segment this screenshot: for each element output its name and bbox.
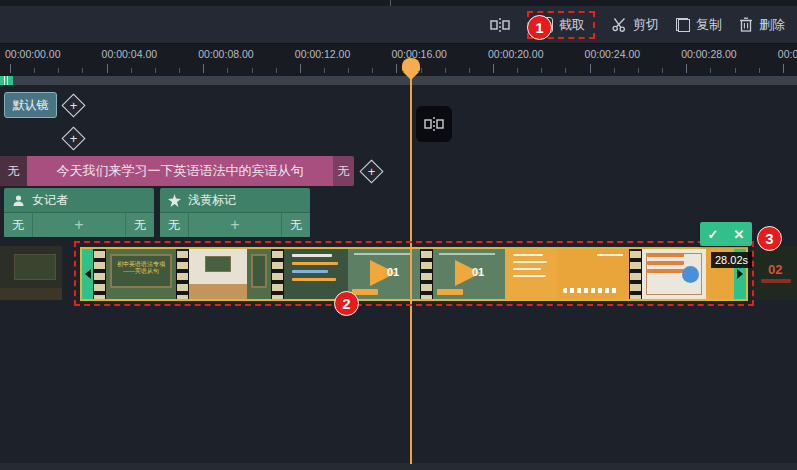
ruler-tick <box>445 68 446 73</box>
voice-left-none[interactable]: 无 <box>4 213 32 237</box>
next-clip-label: 02 <box>768 262 782 277</box>
add-keyframe-button[interactable]: + <box>61 126 85 150</box>
ruler-tick <box>300 64 301 73</box>
thumbnail-art <box>354 253 410 255</box>
capture-label: 截取 <box>559 16 585 34</box>
ruler-tick <box>614 68 615 73</box>
ruler-tick <box>493 64 494 73</box>
selected-video-clip[interactable]: 初中英语语法专项 ——宾语从句 01 01 <box>80 247 748 301</box>
ruler-tick <box>324 68 325 73</box>
clip-frame-orange-list <box>505 249 557 299</box>
split-at-playhead-button[interactable] <box>416 106 452 142</box>
filmstrip-frames <box>176 249 189 299</box>
plus-icon: + <box>66 131 81 146</box>
left-arrow-icon <box>85 269 91 279</box>
ruler-tick <box>372 68 373 73</box>
subtitle-right-none[interactable]: 无 <box>333 156 354 186</box>
filmstrip-frames <box>271 249 284 299</box>
voice-panel-body: 无 + 无 <box>4 213 154 237</box>
marker-star-icon <box>168 194 181 207</box>
thumbnail-art <box>292 254 332 257</box>
voice-right-none[interactable]: 无 <box>126 213 154 237</box>
confirm-box: ✓ ✕ <box>700 222 752 246</box>
marker-add-button[interactable]: + <box>188 213 282 237</box>
ruler-tick <box>783 64 784 73</box>
split-icon <box>424 116 444 132</box>
ruler-tick <box>34 68 35 73</box>
clip-frame-blackboard-title: 初中英语语法专项 ——宾语从句 <box>106 249 176 299</box>
voice-panel-title: 女记者 <box>32 192 68 209</box>
thumbnail-art <box>513 261 547 263</box>
thumbnail-art <box>0 288 62 300</box>
toolbar: ‹› 截取 剪切 复制 删除 <box>0 6 797 44</box>
cut-button[interactable]: 剪切 <box>612 16 659 34</box>
thumbnail-art <box>352 289 378 295</box>
cut-label: 剪切 <box>633 16 659 34</box>
voice-clip-panel[interactable]: 女记者 无 + 无 <box>4 188 154 238</box>
subtitle-left-none[interactable]: 无 <box>0 156 27 186</box>
subtitle-clip[interactable]: 今天我们来学习一下英语语法中的宾语从句 <box>27 156 333 186</box>
ruler-tick <box>276 68 277 73</box>
playhead-handle[interactable] <box>402 58 420 80</box>
timeline-scrollbar[interactable] <box>0 76 797 85</box>
confirm-button[interactable]: ✓ <box>700 222 726 246</box>
plus-icon: + <box>66 98 81 113</box>
filmstrip-frames <box>93 249 106 299</box>
trim-handle-left[interactable] <box>82 249 93 299</box>
thumbnail-art <box>513 275 546 277</box>
marker-clip-panel[interactable]: 浅黄标记 无 + 无 <box>160 188 310 238</box>
ruler-label: 00:00:08.00 <box>198 48 253 60</box>
marker-left-none[interactable]: 无 <box>160 213 188 237</box>
ruler-tick <box>469 68 470 73</box>
add-keyframe-button[interactable]: + <box>61 93 85 117</box>
thumbnail-art <box>14 254 56 280</box>
ruler-tick <box>348 68 349 73</box>
ruler-tick <box>541 68 542 73</box>
thumbnail-art <box>292 278 336 281</box>
split-button[interactable] <box>490 17 510 33</box>
ruler-tick <box>131 68 132 73</box>
default-camera-button[interactable]: 默认镜 <box>4 92 57 118</box>
marker-panel-body: 无 + 无 <box>160 213 310 237</box>
ruler-tick <box>662 68 663 73</box>
filmstrip-frames <box>420 249 433 299</box>
plus-icon: + <box>364 164 379 179</box>
ruler-tick <box>58 68 59 73</box>
thumbnail-art <box>513 254 543 256</box>
timeline-panel: ‹› 截取 剪切 复制 删除 <box>0 0 797 470</box>
person-icon <box>12 194 25 207</box>
thumbnail-art <box>292 270 328 273</box>
marker-right-none[interactable]: 无 <box>282 213 310 237</box>
scrollbar-handle[interactable] <box>0 76 13 85</box>
ruler-label: 00:00:20.00 <box>488 48 543 60</box>
split-icon <box>490 17 510 33</box>
cancel-button[interactable]: ✕ <box>726 222 752 246</box>
clip-frame-classroom <box>189 249 247 299</box>
ruler-tick <box>638 68 639 73</box>
ruler-tick <box>590 64 591 73</box>
next-clip-thumbnail[interactable]: 02 <box>753 246 797 300</box>
ruler-label: 00:00:12.00 <box>295 48 350 60</box>
previous-clip-thumbnail[interactable] <box>0 246 62 300</box>
scissors-icon <box>612 17 627 32</box>
playhead-line[interactable] <box>410 60 412 464</box>
ruler-label: 00:00:00.00 <box>5 48 60 60</box>
clip-frame-blackboard <box>247 249 271 299</box>
trash-icon <box>739 17 753 32</box>
ruler-tick <box>421 68 422 73</box>
ruler-tick <box>203 64 204 73</box>
ruler-tick <box>227 68 228 73</box>
right-arrow-icon <box>737 269 743 279</box>
thumbnail-art <box>251 254 267 288</box>
ruler-tick <box>179 68 180 73</box>
ruler[interactable]: 00:00:00.0000:00:04.0000:00:08.0000:00:1… <box>0 44 797 76</box>
slide-number: 01 <box>472 266 484 278</box>
annotation-circle-3: 3 <box>757 226 782 251</box>
voice-add-button[interactable]: + <box>32 213 126 237</box>
ruler-label: 00:00:28.00 <box>681 48 736 60</box>
delete-button[interactable]: 删除 <box>739 16 785 34</box>
ruler-tick <box>82 68 83 73</box>
copy-button[interactable]: 复制 <box>676 16 722 34</box>
bottom-strip <box>0 463 797 470</box>
marker-panel-header: 浅黄标记 <box>160 188 310 213</box>
